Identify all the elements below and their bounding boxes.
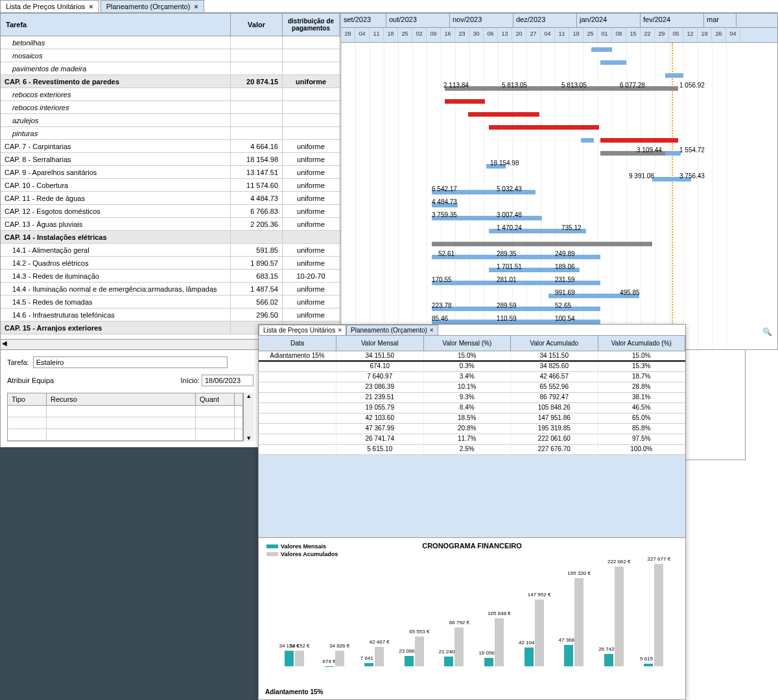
gantt-bar[interactable] (600, 60, 626, 65)
task-row[interactable]: CAP. 13 - Águas pluviais 2 205.36 unifor… (1, 218, 340, 231)
bar-acum[interactable]: 34 152 € (295, 651, 304, 666)
gantt-bar[interactable] (665, 151, 681, 156)
ov-row[interactable]: Adiantamento 15%34 151.5015.0%34 151.501… (259, 351, 685, 362)
bar-mensal[interactable]: 26 742 € (604, 654, 613, 666)
task-row[interactable]: CAP. 7 - Carpintarias 4 664.16 uniforme (1, 140, 340, 153)
task-row[interactable]: pinturas (1, 127, 340, 140)
bar-acum[interactable]: 105 848 € (495, 618, 504, 666)
ov-col[interactable]: Valor Acumulado (%) (598, 336, 686, 351)
task-val (231, 62, 283, 75)
ov-row[interactable]: 21 239.519.3%86 792.4738.1% (259, 393, 685, 403)
task-row[interactable]: 14.5 - Redes de tomadas 566.02 uniforme (1, 296, 340, 309)
task-row[interactable]: CAP. 10 - Cobertura 11 574.60 uniforme (1, 179, 340, 192)
gantt-bar[interactable] (432, 242, 652, 246)
task-row[interactable]: mosaicos (1, 49, 340, 62)
bar-mensal[interactable]: 23 086 € (405, 656, 414, 666)
gantt-bar[interactable] (591, 47, 612, 52)
bar-acum[interactable]: 222 062 € (615, 566, 624, 666)
bar-acum[interactable]: 65 553 € (415, 636, 424, 666)
close-icon[interactable]: × (194, 3, 198, 10)
gantt-bar[interactable] (581, 138, 594, 143)
tab-planeamento[interactable]: Planeamento (Orçamento) × (100, 0, 204, 12)
col-valor[interactable]: Valor (231, 14, 283, 36)
gantt-bar[interactable] (665, 73, 683, 78)
ov-row[interactable]: 7 640.973.4%42 466.5718.7% (259, 372, 685, 382)
bar-acum[interactable]: 42 467 € (375, 647, 384, 666)
task-row[interactable]: CAP. 12 - Esgotos domésticos 6 766.83 un… (1, 205, 340, 218)
task-row[interactable]: 14.2 - Quadros elétricos 1 890.57 unifor… (1, 257, 340, 270)
task-row[interactable]: CAP. 11 - Rede de águas 4 484.73 uniform… (1, 192, 340, 205)
bar-mensal[interactable]: 19 056 € (484, 658, 493, 666)
ov-row[interactable]: 26 741.7411.7%222 061.6097.5% (259, 434, 685, 445)
ov-row[interactable]: 5 615.102.5%227 676.70100.0% (259, 445, 685, 455)
gantt-value: 3 759.35 (432, 211, 457, 218)
ov-row[interactable]: 42 103.6018.5%147 951.8665.0% (259, 414, 685, 424)
task-row[interactable]: rebocos exteriores (1, 88, 340, 101)
bar-value: 195 320 € (567, 570, 591, 576)
close-icon[interactable]: × (430, 327, 434, 334)
col-recurso[interactable]: Recurso (47, 393, 196, 405)
bar-acum[interactable]: 195 320 € (574, 578, 584, 666)
ov-row[interactable]: 23 086.3910.1%65 552.9628.8% (259, 382, 685, 393)
bar-acum[interactable]: 86 792 € (454, 627, 464, 666)
task-row[interactable]: 14.1 - Alimentação geral 591.85 uniforme (1, 244, 340, 257)
ov-row[interactable]: 674.100.3%34 825.6015.3% (259, 362, 685, 372)
gantt-body[interactable]: 2 113.845 813.055 813.056 077.281 056.92… (341, 43, 777, 349)
task-row[interactable]: betonilhas (1, 36, 340, 49)
atribuir-equipa[interactable]: Atribuir Equipa (7, 377, 54, 384)
day-header: 28 (341, 28, 355, 42)
bar-acum[interactable]: 34 826 € (335, 651, 344, 666)
search-icon[interactable]: 🔍 (762, 327, 772, 336)
table-row[interactable] (8, 406, 242, 417)
ov-col[interactable]: Valor Mensal (%) (424, 336, 512, 351)
gantt-bar[interactable] (445, 99, 485, 104)
bar-value: 222 062 € (607, 559, 631, 565)
ov-tab-plan[interactable]: Planeamento (Orçamento)× (346, 325, 438, 335)
task-row[interactable]: 14.6 - Infraestruturas telefónicas 296.5… (1, 309, 340, 321)
ov-row[interactable]: 19 055.798.4%105 848.2646.5% (259, 403, 685, 414)
task-row[interactable]: azulejos (1, 114, 340, 127)
col-tarefa[interactable]: Tarefa (1, 14, 231, 36)
v-scrollbar[interactable]: ▲▼ (243, 393, 253, 441)
col-quant[interactable]: Quant (196, 393, 235, 405)
bar-mensal[interactable]: 34 152 € (285, 651, 294, 666)
bar-acum[interactable]: 227 677 € (654, 564, 663, 666)
bar-mensal[interactable]: 42 104 € (525, 648, 534, 666)
ov-col[interactable]: Valor Mensal (336, 336, 424, 351)
table-row[interactable] (8, 429, 242, 441)
task-name: CAP. 15 - Arranjos exteriores (1, 321, 231, 334)
task-row[interactable]: CAP. 8 - Serralharias 18 154.98 uniforme (1, 153, 340, 166)
task-row[interactable]: 14.4 - Iluminação normal e de emergência… (1, 283, 340, 296)
close-icon[interactable]: × (338, 327, 342, 334)
table-row[interactable] (8, 417, 242, 429)
ov-tab-lista[interactable]: Lista de Preços Unitários× (259, 325, 346, 335)
bar-group: 47 368 €195 320 € (564, 578, 599, 666)
bar-mensal[interactable]: 5 615 € (644, 664, 653, 666)
gantt-chart[interactable]: set/2023out/2023nov/2023dez/2023jan/2024… (341, 14, 777, 349)
bar-mensal[interactable]: 47 368 € (564, 645, 573, 666)
task-row[interactable]: 14.3 - Redes de iluminação 683.15 10-20-… (1, 270, 340, 283)
task-row[interactable]: CAP. 9 - Aparelhos sanitários 13 147.51 … (1, 166, 340, 179)
month-header: set/2023 (341, 14, 386, 27)
bar-acum[interactable]: 147 952 € (535, 600, 544, 666)
task-row[interactable]: pavimentos de madeira (1, 62, 340, 75)
tab-lista-precos[interactable]: Lista de Preços Unitários × (0, 0, 99, 12)
task-row[interactable]: CAP. 6 - Revestimento de paredes 20 874.… (1, 75, 340, 88)
task-row[interactable]: CAP. 14 - Instalações elétricas (1, 231, 340, 244)
task-row[interactable]: rebocos interiores (1, 101, 340, 114)
col-tipo[interactable]: Tipo (8, 393, 47, 405)
gantt-bar[interactable] (489, 125, 599, 130)
gantt-value: 5 032.43 (497, 185, 522, 192)
inicio-input[interactable] (202, 375, 253, 386)
ov-col[interactable]: Data (259, 336, 336, 351)
close-icon[interactable]: × (89, 3, 93, 10)
col-dist[interactable]: distribuição de pagamentos (283, 14, 340, 36)
bar-mensal[interactable]: 21 240 € (444, 657, 453, 666)
tarefa-input[interactable] (33, 356, 228, 368)
ov-row[interactable]: 47 367.9920.8%195 319.8585.8% (259, 424, 685, 434)
gantt-bar[interactable] (468, 112, 539, 117)
bar-mensal[interactable]: 7 641 € (364, 663, 373, 666)
ov-col[interactable]: Valor Acumulado (511, 336, 598, 351)
gantt-bar[interactable] (600, 138, 678, 143)
task-name: CAP. 7 - Carpintarias (1, 140, 231, 152)
